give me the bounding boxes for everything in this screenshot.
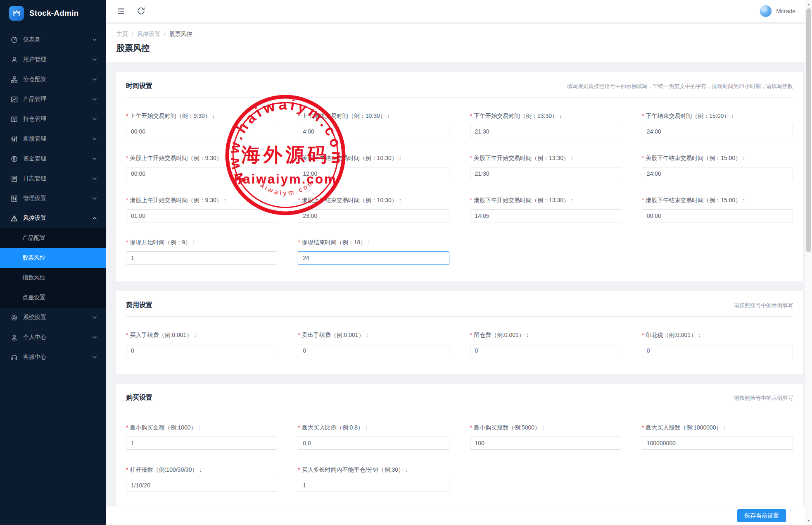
pm-open-time-input[interactable] <box>470 125 621 138</box>
dollar-circle-icon <box>11 155 18 162</box>
chevron-down-icon <box>93 38 97 41</box>
breadcrumb-current: 股票风控 <box>169 31 192 38</box>
sidebar-item-logs[interactable]: 日志管理 <box>0 169 106 189</box>
form-field: *美股下午开始交易时间（例：13:30）： <box>470 155 621 180</box>
am-open-time-input[interactable] <box>126 125 277 138</box>
form-field: *杠杆倍数（例:100/50/30）： <box>126 466 277 492</box>
menu-fold-icon[interactable] <box>116 7 126 16</box>
chevron-up-icon <box>93 217 97 220</box>
section-note: 填写规则请按照括号中的示例填写，":"统一为英文中的字符，提现时间为24小时制，… <box>567 83 793 90</box>
hk-am-open-time-input[interactable] <box>126 209 277 222</box>
avatar[interactable] <box>760 5 772 17</box>
chevron-down-icon <box>93 137 97 141</box>
sidebar-item-support[interactable]: 客服中心 <box>0 347 106 367</box>
save-button[interactable]: 保存当前设置 <box>737 509 786 522</box>
min-buy-shares-input[interactable] <box>470 437 621 450</box>
page-header: 主页 / 风控设置 / 股票风控 股票风控 <box>106 24 812 62</box>
us-am-close-time-input[interactable] <box>298 167 449 180</box>
breadcrumb-home[interactable]: 主页 <box>116 31 128 38</box>
stamp-tax-input[interactable] <box>642 344 793 357</box>
max-buy-ratio-input[interactable] <box>298 437 449 450</box>
sidebar-item-positions[interactable]: 持仓管理 <box>0 109 106 129</box>
form-field: *提现结束时间（例：18）： <box>298 239 449 265</box>
form-field: *最小购买股数（例:5000）： <box>470 424 621 450</box>
warning-triangle-icon <box>11 215 18 222</box>
sidebar-item-admin-settings[interactable]: 管理设置 <box>0 189 106 208</box>
chevron-down-icon <box>93 177 97 180</box>
form-field: *留仓费（例:0.001）： <box>470 332 621 357</box>
us-pm-close-time-input[interactable] <box>642 167 793 180</box>
form-field: *港股上午结束交易时间（例：10:30）： <box>298 197 449 222</box>
chevron-down-icon <box>93 336 97 339</box>
section-note: 请按照括号中的示例填写 <box>734 302 793 309</box>
leverage-input[interactable] <box>126 479 277 492</box>
form-field: *印花税（例:0.001）： <box>642 332 793 357</box>
sidebar-item-users[interactable]: 用户管理 <box>0 50 106 69</box>
section-fee-settings: 费用设置 请按照括号中的示例填写 *买入手续费（例:0.001）： *卖出手续费… <box>116 291 803 374</box>
sidebar-item-risk-settings[interactable]: 风控设置 <box>0 208 106 228</box>
sidebar-item-system-settings[interactable]: 系统设置 <box>0 308 106 327</box>
chevron-down-icon <box>93 157 97 160</box>
sidebar-item-profile[interactable]: 个人中心 <box>0 327 106 347</box>
holding-fee-input[interactable] <box>470 344 621 357</box>
user-menu[interactable]: Mitrade <box>760 5 795 17</box>
sidebar-item-dashboard[interactable]: 仪表盘 <box>0 30 106 50</box>
sidebar-subitem-product-config[interactable]: 产品配置 <box>0 228 106 248</box>
hk-am-close-time-input[interactable] <box>298 209 449 222</box>
form-field: *上午结束交易时间（例：10:30）： <box>298 112 449 138</box>
hk-pm-close-time-input[interactable] <box>642 209 793 222</box>
risk-settings-submenu: 产品配置 股票风控 指数风控 点差设置 <box>0 228 106 308</box>
sidebar-item-funds[interactable]: 资金管理 <box>0 149 106 169</box>
withdraw-end-time-input[interactable] <box>298 251 449 265</box>
save-bar: 保存当前设置 <box>106 506 805 525</box>
breadcrumb-risk-settings[interactable]: 风控设置 <box>137 31 160 38</box>
section-title: 购买设置 <box>126 394 152 402</box>
cluster-icon <box>11 76 18 83</box>
scrollbar-thumb[interactable] <box>806 8 811 252</box>
sidebar-item-allocation[interactable]: 分仓配资 <box>0 69 106 89</box>
sidebar-subitem-index-risk[interactable]: 指数风控 <box>0 268 106 288</box>
buy-fee-input[interactable] <box>126 344 277 357</box>
vertical-scrollbar[interactable]: ▲ ▼ <box>805 0 812 525</box>
form-field: *美股上午开始交易时间（例：9:30）： <box>126 155 277 180</box>
no-close-minutes-input[interactable] <box>298 479 449 492</box>
sell-fee-input[interactable] <box>298 344 449 357</box>
headset-icon <box>11 354 18 361</box>
chevron-down-icon <box>93 197 97 200</box>
section-title: 时间设置 <box>126 82 152 91</box>
app-logo-icon <box>9 6 24 21</box>
scroll-down-arrow-icon[interactable]: ▼ <box>805 517 812 524</box>
sidebar-subitem-stock-risk[interactable]: 股票风控 <box>0 248 106 268</box>
pm-close-time-input[interactable] <box>642 125 793 138</box>
user-icon <box>11 56 18 63</box>
chevron-down-icon <box>93 58 97 61</box>
form-field: *上午开始交易时间（例：9:30）： <box>126 112 277 138</box>
form-field: *最大买入比例（例:0.8）： <box>298 424 449 450</box>
form-field: *美股下午结束交易时间（例：15:00）： <box>642 155 793 180</box>
scroll-up-arrow-icon[interactable]: ▲ <box>805 1 812 8</box>
max-buy-shares-input[interactable] <box>642 437 793 450</box>
withdraw-start-time-input[interactable] <box>126 251 277 265</box>
topbar: Mitrade <box>106 0 812 24</box>
chart-icon <box>11 96 18 103</box>
main-area: Mitrade 主页 / 风控设置 / 股票风控 股票风控 时间设置 填写规则请… <box>106 0 812 525</box>
refresh-icon[interactable] <box>136 7 145 16</box>
gear-icon <box>11 314 18 321</box>
chevron-down-icon <box>93 117 97 121</box>
form-field: *港股下午结束交易时间（例：15:00）： <box>642 197 793 222</box>
hk-pm-open-time-input[interactable] <box>470 209 621 222</box>
section-title: 费用设置 <box>126 301 152 310</box>
chevron-down-icon <box>93 316 97 319</box>
chevron-down-icon <box>93 78 97 81</box>
page-title: 股票风控 <box>116 43 801 54</box>
min-buy-amount-input[interactable] <box>126 437 277 450</box>
sidebar-subitem-spread-settings[interactable]: 点差设置 <box>0 288 106 308</box>
content: 时间设置 填写规则请按照括号中的示例填写，":"统一为英文中的字符，提现时间为2… <box>106 62 812 508</box>
sidebar-item-products[interactable]: 产品管理 <box>0 89 106 109</box>
chevron-down-icon <box>93 98 97 101</box>
us-am-open-time-input[interactable] <box>126 167 277 180</box>
am-close-time-input[interactable] <box>298 125 449 138</box>
form-field: *美股上午结束交易时间（例：10:30）： <box>298 155 449 180</box>
us-pm-open-time-input[interactable] <box>470 167 621 180</box>
sidebar-item-new-shares[interactable]: 新股管理 <box>0 129 106 149</box>
